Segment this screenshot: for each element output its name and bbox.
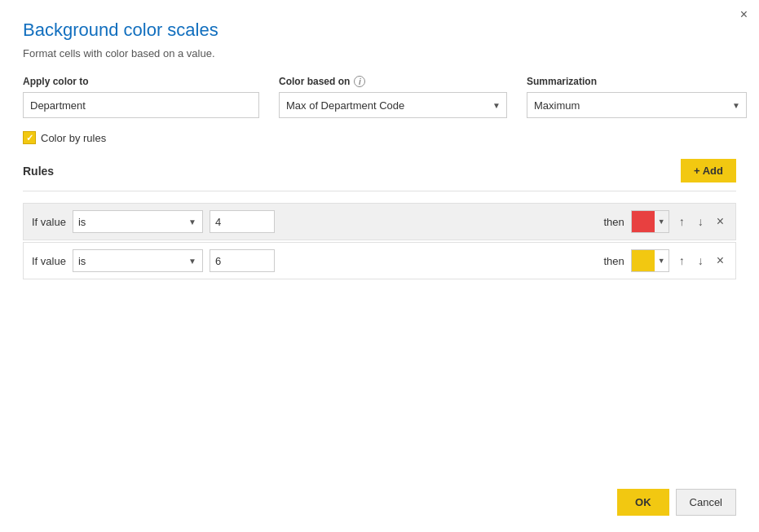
rule-row: If value is is not greater than less tha… xyxy=(23,203,736,240)
rule-then-label-1: then xyxy=(603,216,624,228)
color-based-on-label-row: Color based on i xyxy=(279,76,507,87)
rule-delete-button-1[interactable]: × xyxy=(713,213,727,231)
fields-row: Apply color to Color based on i Max of D… xyxy=(23,76,736,118)
apply-color-to-label: Apply color to xyxy=(23,76,259,87)
dialog-subtitle: Format cells with color based on a value… xyxy=(23,47,736,59)
background-color-scales-dialog: × Background color scales Format cells w… xyxy=(0,0,759,532)
rule-move-down-button-2[interactable]: ↓ xyxy=(695,253,707,269)
color-by-rules-checkbox[interactable] xyxy=(23,131,36,144)
add-rule-button[interactable]: + Add xyxy=(681,159,736,182)
rule-if-label: If value xyxy=(32,216,66,228)
rule-move-down-button-1[interactable]: ↓ xyxy=(695,213,707,230)
summarization-group: Summarization Maximum Minimum Average Su… xyxy=(527,76,747,118)
color-based-on-group: Color based on i Max of Department Code … xyxy=(279,76,507,118)
summarization-label: Summarization xyxy=(527,76,747,87)
swatch-chevron-icon: ▼ xyxy=(655,257,669,265)
rule-row: If value is is not greater than less tha… xyxy=(23,242,736,279)
color-by-rules-row: Color by rules xyxy=(23,131,736,144)
rule-condition-select-2[interactable]: is is not greater than less than greater… xyxy=(73,249,203,272)
info-icon[interactable]: i xyxy=(354,76,365,87)
close-button[interactable]: × xyxy=(740,8,748,21)
ok-button[interactable]: OK xyxy=(617,489,669,516)
color-by-rules-label: Color by rules xyxy=(41,132,106,144)
color-based-on-wrapper: Max of Department Code Min of Department… xyxy=(279,92,507,118)
summarization-select[interactable]: Maximum Minimum Average Sum Count xyxy=(527,92,747,118)
rule-condition-select-1[interactable]: is is not greater than less than greater… xyxy=(73,210,203,233)
swatch-chevron-icon: ▼ xyxy=(655,218,669,226)
apply-color-to-input[interactable] xyxy=(23,92,259,118)
rule-color-swatch-1[interactable]: ▼ xyxy=(631,210,669,233)
summarization-wrapper: Maximum Minimum Average Sum Count ▼ xyxy=(527,92,747,118)
color-swatch-red xyxy=(632,211,655,232)
rule-condition-wrapper-1: is is not greater than less than greater… xyxy=(73,210,203,233)
apply-color-to-group: Apply color to xyxy=(23,76,259,118)
rules-divider xyxy=(23,191,736,191)
rule-then-label-2: then xyxy=(603,255,624,267)
rule-color-swatch-2[interactable]: ▼ xyxy=(631,249,669,272)
dialog-title: Background color scales xyxy=(23,20,736,41)
dialog-footer: OK Cancel xyxy=(617,489,736,516)
color-based-on-label: Color based on xyxy=(279,76,350,87)
rule-value-input-2[interactable] xyxy=(210,249,275,272)
rules-header: Rules + Add xyxy=(23,159,736,182)
rules-title: Rules xyxy=(23,165,54,178)
rule-if-label: If value xyxy=(32,255,66,267)
rule-move-up-button-1[interactable]: ↑ xyxy=(676,213,688,230)
rule-delete-button-2[interactable]: × xyxy=(713,252,727,270)
color-based-on-select[interactable]: Max of Department Code Min of Department… xyxy=(279,92,507,118)
rule-move-up-button-2[interactable]: ↑ xyxy=(676,253,688,269)
rule-condition-wrapper-2: is is not greater than less than greater… xyxy=(73,249,203,272)
color-swatch-yellow xyxy=(632,250,655,271)
rule-value-input-1[interactable] xyxy=(210,210,275,233)
cancel-button[interactable]: Cancel xyxy=(676,489,736,516)
